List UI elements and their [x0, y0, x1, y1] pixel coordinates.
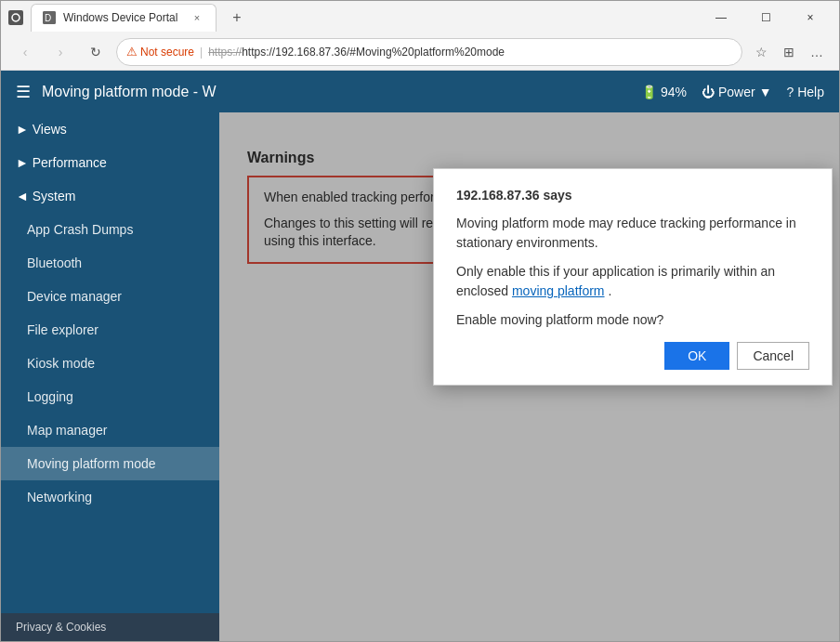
battery-percentage: 94% — [661, 85, 687, 99]
dialog-question: Enable moving platform mode now? — [456, 312, 809, 327]
dialog-body-paragraph-1: Moving platform mode may reduce tracking… — [456, 214, 809, 253]
dialog-body-paragraph-2: Only enable this if your application is … — [456, 262, 809, 301]
favorites-icon[interactable]: ☆ — [748, 39, 774, 65]
sidebar-section-system: ◄ System App Crash Dumps Bluetooth Devic… — [1, 179, 219, 514]
sidebar-item-moving-platform-mode[interactable]: Moving platform mode — [1, 447, 219, 480]
content-area: ► Views ► Performance ◄ System App Crash… — [1, 112, 839, 641]
app-title: Moving platform mode - W — [42, 84, 630, 100]
new-tab-button[interactable]: + — [224, 5, 250, 31]
close-window-button[interactable]: × — [789, 3, 832, 33]
minimize-button[interactable]: — — [700, 3, 742, 33]
power-button[interactable]: ⏻ Power ▼ — [702, 85, 772, 99]
cancel-button[interactable]: Cancel — [737, 342, 809, 370]
hamburger-menu-button[interactable]: ☰ — [16, 82, 31, 102]
privacy-cookies-link[interactable]: Privacy & Cookies — [1, 613, 219, 641]
app-header: ☰ Moving platform mode - W 🔋 94% ⏻ Power… — [1, 71, 839, 112]
maximize-button[interactable]: ☐ — [744, 3, 787, 33]
help-label: ? Help — [787, 85, 824, 99]
sidebar: ► Views ► Performance ◄ System App Crash… — [1, 112, 219, 641]
sidebar-item-bluetooth[interactable]: Bluetooth — [1, 246, 219, 280]
url-separator: | — [200, 46, 203, 59]
dialog-body: Moving platform mode may reduce tracking… — [456, 214, 809, 301]
dialog-buttons: OK Cancel — [456, 342, 809, 370]
address-bar: ‹ › ↻ ⚠ Not secure | https://https://192… — [1, 33, 839, 71]
browser-tab[interactable]: D Windows Device Portal × — [31, 4, 217, 32]
back-button[interactable]: ‹ — [10, 37, 40, 67]
address-bar-icons: ☆ ⊞ … — [748, 39, 830, 65]
battery-indicator: 🔋 94% — [641, 85, 687, 99]
title-bar: D Windows Device Portal × + — ☐ × — [1, 1, 839, 33]
sidebar-section-performance: ► Performance — [1, 146, 219, 179]
title-bar-left — [8, 10, 23, 25]
sidebar-performance-header[interactable]: ► Performance — [1, 146, 219, 179]
dialog-body-text-2-start: Only enable this if your application is … — [456, 264, 775, 298]
url-bar[interactable]: ⚠ Not secure | https://https://192.168.8… — [116, 38, 742, 66]
sidebar-section-views: ► Views — [1, 112, 219, 146]
window-controls: — ☐ × — [700, 3, 832, 33]
security-indicator: ⚠ Not secure — [126, 45, 194, 59]
dialog-body-text-2-end: . — [608, 283, 611, 298]
sidebar-performance-label: ► Performance — [16, 155, 107, 170]
power-icon: ⏻ — [702, 85, 715, 99]
modal-overlay: 192.168.87.36 says Moving platform mode … — [219, 112, 839, 641]
sidebar-item-device-manager[interactable]: Device manager — [1, 280, 219, 313]
sidebar-item-kiosk-mode[interactable]: Kiosk mode — [1, 347, 219, 380]
app-area: ☰ Moving platform mode - W 🔋 94% ⏻ Power… — [1, 71, 839, 641]
warning-icon: ⚠ — [126, 45, 138, 59]
power-label: Power — [718, 85, 755, 99]
sidebar-views-label: ► Views — [16, 122, 67, 137]
forward-button[interactable]: › — [46, 37, 75, 67]
dialog-title: 192.168.87.36 says — [456, 188, 809, 203]
browser-frame: D Windows Device Portal × + — ☐ × ‹ › ↻ … — [0, 0, 840, 642]
dialog-body-link[interactable]: moving platform — [512, 283, 605, 298]
url-text: https://https://192.168.87.36/#Moving%20… — [208, 46, 505, 59]
svg-text:D: D — [45, 13, 51, 23]
ok-button[interactable]: OK — [664, 342, 729, 370]
browser-icon — [8, 10, 23, 25]
sidebar-item-map-manager[interactable]: Map manager — [1, 413, 219, 447]
sidebar-item-app-crash-dumps[interactable]: App Crash Dumps — [1, 213, 219, 246]
tab-title: Windows Device Portal — [63, 11, 177, 24]
sidebar-item-networking[interactable]: Networking — [1, 480, 219, 514]
sidebar-system-label: ◄ System — [16, 189, 75, 203]
browser-menu-button[interactable]: … — [804, 39, 830, 65]
power-arrow-icon: ▼ — [759, 85, 772, 99]
battery-icon: 🔋 — [641, 85, 657, 99]
tab-close-button[interactable]: × — [190, 10, 204, 25]
help-button[interactable]: ? Help — [787, 85, 824, 99]
sidebar-system-header[interactable]: ◄ System — [1, 179, 219, 213]
not-secure-label: Not secure — [140, 46, 194, 59]
main-content: Warnings When enabled tracking performan… — [219, 112, 839, 641]
sidebar-item-file-explorer[interactable]: File explorer — [1, 313, 219, 347]
tab-favicon: D — [43, 11, 56, 24]
sidebar-views-header[interactable]: ► Views — [1, 112, 219, 146]
refresh-button[interactable]: ↻ — [81, 37, 111, 67]
sidebar-item-logging[interactable]: Logging — [1, 380, 219, 413]
dialog: 192.168.87.36 says Moving platform mode … — [433, 168, 833, 386]
header-right: 🔋 94% ⏻ Power ▼ ? Help — [641, 85, 824, 99]
collections-icon[interactable]: ⊞ — [776, 39, 802, 65]
